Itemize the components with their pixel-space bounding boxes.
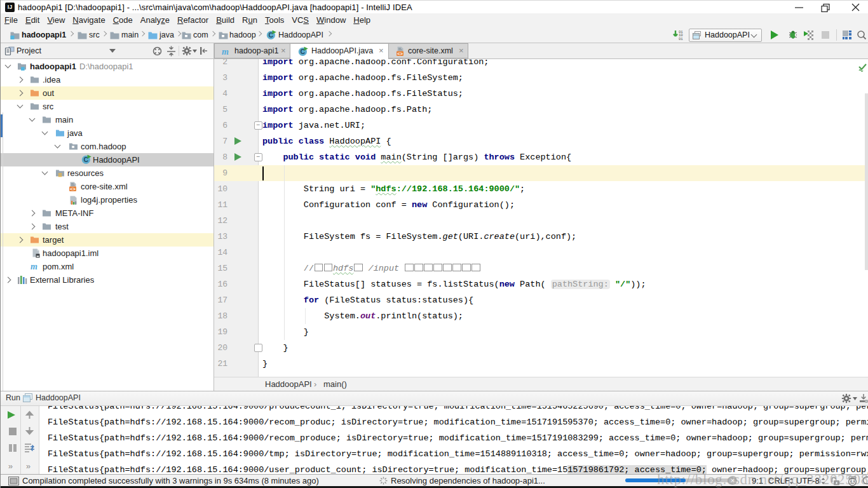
- svg-text:01: 01: [679, 37, 683, 41]
